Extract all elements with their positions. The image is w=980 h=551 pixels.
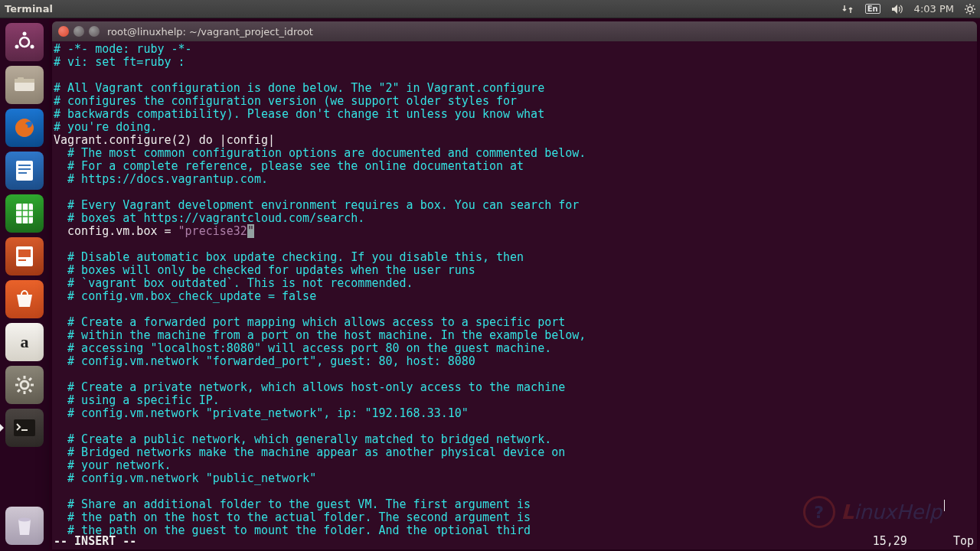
svg-point-0 (968, 7, 972, 11)
amazon-icon[interactable]: a (5, 323, 44, 361)
vim-scrollpos: Top (953, 535, 974, 548)
editor-line: # your network. (54, 459, 977, 472)
svg-rect-9 (16, 161, 33, 181)
svg-point-1 (20, 37, 29, 47)
window-titlebar[interactable]: root@linuxhelp: ~/vagrant_project_idroot (52, 21, 977, 41)
watermark-first: L (841, 500, 854, 523)
editor-line: # Disable automatic box update checking.… (54, 251, 977, 264)
editor-line: # For a complete reference, please see t… (54, 160, 977, 173)
editor-line: # boxes will only be checked for updates… (54, 264, 977, 277)
active-app-title: Terminal (5, 3, 53, 15)
svg-rect-12 (18, 172, 27, 174)
network-indicator-icon[interactable] (842, 5, 854, 14)
svg-point-3 (15, 45, 19, 49)
svg-rect-15 (18, 249, 31, 257)
firefox-icon[interactable] (5, 109, 44, 147)
watermark-rest: inuxHelp (854, 500, 942, 523)
svg-rect-16 (18, 259, 26, 261)
text-caret (944, 500, 945, 511)
editor-line: # `vagrant box outdated`. This is not re… (54, 277, 977, 290)
editor-line: # Bridged networks make the machine appe… (54, 446, 977, 459)
editor-line (54, 186, 977, 199)
watermark-icon: ? (803, 496, 835, 528)
vim-mode: -- INSERT -- (54, 535, 136, 548)
calc-icon[interactable] (5, 194, 44, 233)
vim-rowcol: 15,29 (873, 535, 907, 548)
editor-line: # The most common configuration options … (54, 147, 977, 160)
terminal-window: root@linuxhelp: ~/vagrant_project_idroot… (52, 21, 977, 549)
window-minimize-button[interactable] (74, 26, 84, 37)
editor-line: # Create a public network, which general… (54, 433, 977, 446)
svg-rect-13 (16, 204, 33, 223)
clock[interactable]: 4:03 PM (914, 3, 954, 15)
editor-line: # -*- mode: ruby -*- (54, 43, 977, 56)
svg-point-2 (23, 32, 27, 36)
editor-line (54, 420, 977, 433)
editor-line: config.vm.box = "precise32" (54, 225, 977, 238)
editor-line: # you're doing. (54, 121, 977, 134)
vim-cursor: " (247, 224, 254, 238)
software-center-icon[interactable] (5, 280, 44, 318)
system-gear-icon[interactable] (965, 4, 975, 15)
window-maximize-button[interactable] (89, 26, 100, 37)
editor-line: # config.vm.network "private_network", i… (54, 407, 977, 420)
editor-line (54, 303, 977, 316)
editor-line: # vi: set ft=ruby : (54, 56, 977, 69)
svg-rect-18 (14, 419, 35, 436)
svg-point-19 (18, 518, 31, 522)
unity-launcher: a (0, 18, 49, 551)
editor-line: Vagrant.configure(2) do |config| (54, 134, 977, 147)
volume-icon[interactable] (891, 4, 903, 15)
editor-line: # using a specific IP. (54, 394, 977, 407)
svg-rect-7 (18, 77, 24, 80)
editor-line: # configures the configuration version (… (54, 95, 977, 108)
terminal-launcher-icon[interactable] (5, 409, 44, 447)
keyboard-layout-indicator[interactable]: En (865, 4, 880, 14)
svg-point-4 (31, 45, 34, 49)
editor-line: # within the machine from a port on the … (54, 329, 977, 342)
settings-icon[interactable] (5, 366, 44, 404)
impress-icon[interactable] (5, 237, 44, 276)
watermark: ? LinuxHelp (803, 496, 942, 528)
top-menu-bar: Terminal En 4:03 PM (0, 0, 980, 18)
writer-icon[interactable] (5, 152, 44, 190)
svg-rect-10 (18, 165, 31, 166)
editor-line (54, 69, 977, 82)
files-icon[interactable] (5, 66, 44, 104)
editor-line: # config.vm.network "forwarded_port", gu… (54, 355, 977, 368)
svg-rect-11 (18, 168, 31, 170)
editor-line: # accessing "localhost:8080" will access… (54, 342, 977, 355)
trash-icon[interactable] (5, 507, 44, 545)
editor-line: # Create a private network, which allows… (54, 381, 977, 394)
window-close-button[interactable] (58, 26, 69, 37)
editor-line: # Every Vagrant development environment … (54, 199, 977, 212)
terminal-content[interactable]: # -*- mode: ruby -*-# vi: set ft=ruby : … (52, 41, 977, 549)
vim-status-bar: -- INSERT -- 15,29 Top (52, 535, 977, 549)
dash-icon[interactable] (5, 23, 44, 61)
svg-point-17 (21, 381, 28, 389)
editor-line: # config.vm.box_check_update = false (54, 290, 977, 303)
window-title-text: root@linuxhelp: ~/vagrant_project_idroot (107, 26, 313, 37)
editor-line: # backwards compatibility). Please don't… (54, 108, 977, 121)
editor-line (54, 368, 977, 381)
editor-line: # config.vm.network "public_network" (54, 472, 977, 485)
editor-line: # https://docs.vagrantup.com. (54, 173, 977, 186)
editor-line: # All Vagrant configuration is done belo… (54, 82, 977, 95)
editor-line: # Create a forwarded port mapping which … (54, 316, 977, 329)
editor-line (54, 238, 977, 251)
svg-rect-6 (15, 79, 34, 83)
editor-line: # boxes at https://vagrantcloud.com/sear… (54, 212, 977, 225)
